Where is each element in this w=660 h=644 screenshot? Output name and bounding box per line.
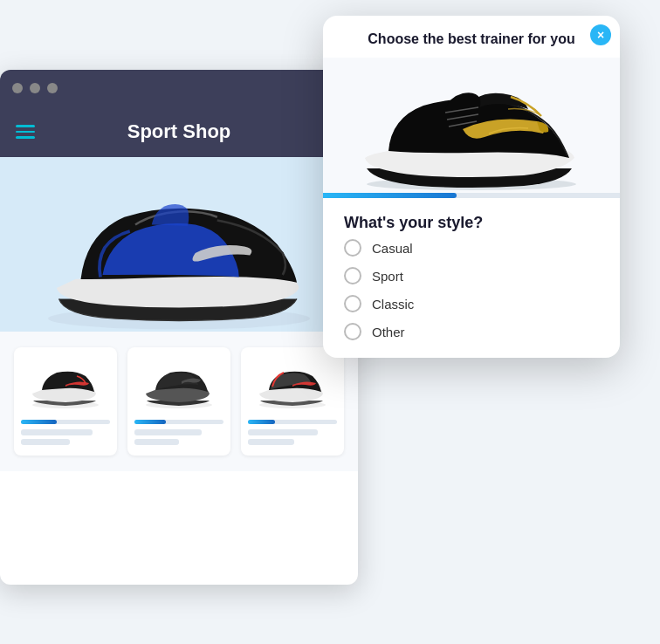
text-line-1b — [21, 439, 70, 445]
product-grid — [0, 332, 358, 471]
radio-option-other[interactable]: Other — [344, 323, 599, 340]
product-card-2[interactable] — [127, 347, 230, 456]
text-line-2a — [134, 429, 202, 435]
product-card-img-3 — [248, 356, 337, 413]
radio-circle-casual[interactable] — [344, 239, 361, 257]
text-line-3a — [248, 429, 318, 435]
progress-fill-2 — [134, 420, 166, 424]
modal-header: Choose the best trainer for you — [323, 16, 620, 58]
product-card-img-2 — [134, 356, 223, 413]
radio-option-classic[interactable]: Classic — [344, 295, 599, 312]
close-icon: × — [597, 29, 604, 41]
modal-shoe-image — [340, 64, 602, 190]
browser-toolbar — [0, 70, 358, 106]
text-line-2b — [134, 439, 179, 445]
progress-bar-2 — [134, 420, 223, 424]
browser-window: Sport Shop — [0, 70, 358, 585]
hero-section — [0, 157, 358, 332]
product-card-1[interactable] — [14, 347, 117, 456]
radio-option-casual[interactable]: Casual — [344, 239, 599, 257]
progress-bar-1 — [21, 420, 110, 424]
radio-circle-classic[interactable] — [344, 295, 361, 312]
product-card-img-1 — [21, 356, 110, 413]
modal-close-button[interactable]: × — [590, 24, 611, 45]
hero-shoe-image — [0, 157, 358, 332]
text-line-1a — [21, 429, 93, 435]
radio-option-sport[interactable]: Sport — [344, 267, 599, 284]
radio-label-sport: Sport — [372, 269, 403, 284]
radio-label-other: Other — [372, 325, 405, 339]
browser-dot-1 — [12, 83, 23, 93]
product-shoe-1 — [26, 360, 105, 408]
modal-title: Choose the best trainer for you — [368, 31, 574, 46]
browser-dot-2 — [30, 83, 40, 93]
progress-bar-3 — [248, 420, 337, 424]
product-shoe-2 — [140, 360, 218, 408]
modal-question: What's your style? — [323, 198, 620, 239]
shop-title: Sport Shop — [127, 120, 231, 143]
browser-content: Sport Shop — [0, 106, 358, 471]
quiz-modal: × Choose the best trainer for you — [323, 16, 620, 358]
browser-dot-3 — [47, 83, 58, 93]
progress-fill-3 — [248, 420, 275, 424]
shop-header: Sport Shop — [0, 106, 358, 157]
text-line-3b — [248, 439, 294, 445]
product-card-3[interactable] — [241, 347, 344, 456]
progress-fill-1 — [21, 420, 57, 424]
radio-options: Casual Sport Classic Other — [323, 239, 620, 358]
radio-label-classic: Classic — [372, 297, 414, 312]
hamburger-icon[interactable] — [16, 125, 35, 139]
product-shoe-3 — [253, 360, 332, 408]
radio-circle-other[interactable] — [344, 323, 361, 340]
modal-shoe-area — [323, 58, 620, 193]
radio-circle-sport[interactable] — [344, 267, 361, 284]
radio-label-casual: Casual — [372, 241, 413, 256]
